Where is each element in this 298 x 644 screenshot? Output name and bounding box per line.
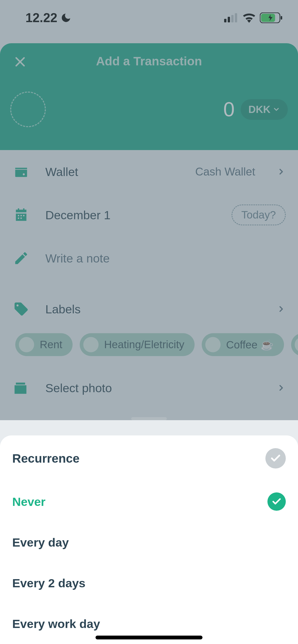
category-picker-placeholder[interactable]: [10, 92, 46, 127]
wallet-row[interactable]: Wallet Cash Wallet: [0, 150, 298, 193]
transaction-header: Add a Transaction 0 DKK: [0, 43, 298, 150]
date-row[interactable]: December 1 Today?: [0, 193, 298, 237]
check-icon: [270, 453, 281, 464]
chip-label: Heating/Eletricity: [104, 339, 184, 351]
label-chip[interactable]: W: [291, 333, 298, 356]
label-chip[interactable]: Coffee ☕: [202, 333, 284, 356]
photo-icon: [13, 380, 29, 396]
label-chips-row[interactable]: Rent Heating/Eletricity Coffee ☕ W: [0, 331, 298, 366]
home-indicator[interactable]: [96, 636, 202, 639]
chevron-right-icon: [277, 304, 286, 314]
labels-row[interactable]: Labels: [0, 287, 298, 331]
calendar-icon: [13, 207, 29, 223]
chip-label: Coffee ☕: [226, 339, 274, 351]
transaction-form: Wallet Cash Wallet December 1 Today? Wri…: [0, 150, 298, 420]
label-chip[interactable]: Heating/Eletricity: [80, 333, 195, 356]
chip-label: Rent: [40, 339, 62, 351]
option-label: Every work day: [12, 617, 100, 631]
pencil-icon: [13, 250, 29, 266]
today-hint-button[interactable]: Today?: [232, 204, 286, 225]
option-label: Every day: [12, 535, 69, 549]
svg-rect-6: [281, 16, 282, 20]
recurrence-option-never[interactable]: Never: [12, 481, 286, 522]
selected-check-icon: [267, 492, 286, 511]
sheet-drag-handle[interactable]: [131, 417, 167, 420]
status-time: 12.22: [25, 10, 72, 25]
svg-rect-0: [224, 19, 226, 22]
screen-title: Add a Transaction: [96, 54, 202, 68]
note-placeholder: Write a note: [45, 251, 286, 265]
currency-label: DKK: [248, 104, 270, 115]
chip-radio-icon: [19, 337, 34, 352]
status-bar: 12.22: [0, 0, 298, 36]
chip-radio-icon: [205, 337, 221, 352]
option-label: Every 2 days: [12, 576, 85, 590]
currency-selector[interactable]: DKK: [241, 99, 288, 120]
note-row[interactable]: Write a note: [0, 237, 298, 280]
clock-time: 12.22: [25, 10, 57, 25]
wallet-label: Wallet: [45, 165, 180, 179]
moon-icon: [60, 12, 72, 23]
option-label: Never: [12, 495, 46, 509]
recurrence-sheet: Recurrence Never Every day Every 2 days …: [0, 435, 298, 644]
wallet-icon: [13, 164, 29, 180]
svg-rect-3: [235, 13, 237, 22]
recurrence-option-every-day[interactable]: Every day: [12, 522, 286, 563]
photo-label: Select photo: [45, 381, 261, 395]
labels-label: Labels: [45, 302, 261, 316]
chip-radio-icon: [295, 337, 298, 352]
tag-icon: [13, 301, 29, 317]
svg-rect-5: [261, 14, 275, 22]
photo-row[interactable]: Select photo: [0, 366, 298, 409]
chevron-right-icon: [277, 383, 286, 392]
svg-rect-2: [231, 15, 234, 22]
wifi-icon: [242, 13, 256, 23]
close-icon[interactable]: [12, 54, 28, 70]
label-chip[interactable]: Rent: [15, 333, 73, 356]
sheet-confirm-button[interactable]: [265, 448, 286, 469]
chevron-down-icon: [273, 106, 280, 113]
recurrence-option-every-2-days[interactable]: Every 2 days: [12, 563, 286, 603]
svg-rect-1: [228, 17, 230, 22]
chip-radio-icon: [83, 337, 99, 352]
amount-value[interactable]: 0: [223, 98, 235, 121]
chevron-right-icon: [277, 167, 286, 176]
date-label: December 1: [45, 208, 216, 222]
wallet-value: Cash Wallet: [195, 165, 255, 178]
battery-charging-icon: [260, 12, 283, 23]
sheet-title: Recurrence: [12, 451, 79, 465]
cellular-signal-icon: [224, 13, 238, 22]
